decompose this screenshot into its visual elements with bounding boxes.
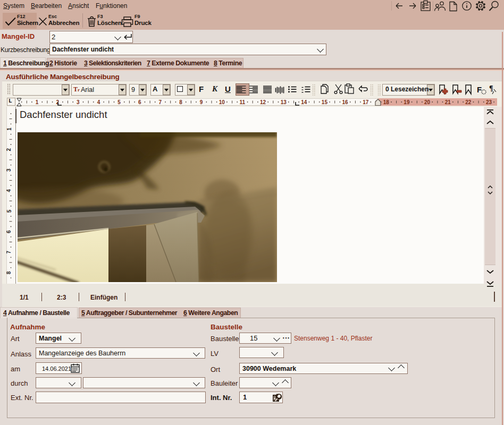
svg-text:3: 3 — [77, 99, 80, 105]
svg-text:17: 17 — [363, 99, 369, 105]
svg-text:1: 1 — [6, 128, 12, 131]
svg-text:15: 15 — [322, 99, 328, 105]
svg-text:4: 4 — [6, 189, 12, 192]
svg-text:5: 5 — [117, 99, 121, 105]
svg-text:8: 8 — [179, 99, 182, 105]
svg-text:20: 20 — [424, 99, 431, 105]
svg-text:3: 3 — [6, 168, 12, 172]
svg-text:1: 1 — [36, 99, 39, 105]
svg-text:22: 22 — [465, 99, 472, 105]
svg-text:4: 4 — [97, 99, 100, 105]
svg-text:11: 11 — [240, 99, 246, 105]
svg-text:18: 18 — [383, 99, 390, 105]
svg-text:9: 9 — [200, 99, 203, 105]
svg-text:6: 6 — [138, 99, 141, 105]
svg-text:8: 8 — [6, 271, 12, 274]
svg-text:12: 12 — [260, 99, 266, 105]
svg-text:2: 2 — [6, 148, 12, 151]
svg-text:6: 6 — [6, 230, 12, 233]
svg-text:13: 13 — [281, 99, 287, 105]
svg-text:10: 10 — [219, 99, 225, 105]
svg-text:7: 7 — [159, 99, 162, 105]
svg-text:19: 19 — [404, 99, 410, 105]
svg-text:5: 5 — [6, 209, 12, 212]
svg-text:16: 16 — [342, 99, 349, 105]
svg-text:F: F — [477, 85, 482, 94]
svg-text:23: 23 — [486, 99, 492, 105]
svg-text:¶: ¶ — [489, 84, 493, 92]
svg-text:14: 14 — [301, 99, 307, 105]
svg-text:7: 7 — [6, 251, 12, 254]
svg-text:21: 21 — [445, 99, 451, 105]
